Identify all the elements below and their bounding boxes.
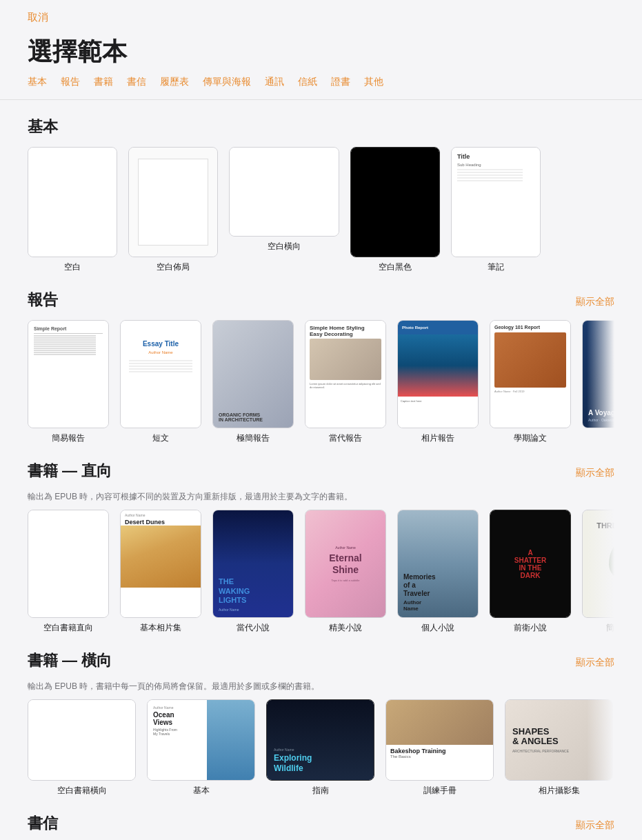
template-shapes-angles[interactable]: SHAPES& ANGLES ARCHITECTURAL PERFORMANCE… (505, 699, 613, 797)
template-blank-landscape-label: 空白橫向 (268, 241, 301, 252)
template-desert-dunes[interactable]: Author Name Desert Dunes 基本相片集 (120, 510, 201, 634)
section-books-landscape-title: 書籍 — 橫向 (28, 650, 112, 671)
template-eternal-shine-label: 精美小說 (329, 622, 362, 634)
template-simple-report[interactable]: Simple Report 簡易報告 (28, 320, 109, 444)
template-note[interactable]: Title Sub Heading 筆記 (451, 147, 541, 273)
basic-templates-grid: 空白 空白佈局 空白橫向 空白黑色 (28, 147, 614, 273)
template-bakeshop-label: 訓練手冊 (423, 785, 457, 797)
section-letter-title: 書信 (28, 813, 58, 834)
template-three-tales-label: 簡單小說 (606, 622, 614, 634)
nav-resume[interactable]: 履歷表 (160, 76, 189, 88)
template-three-tales[interactable]: A NEW THREE TALES 簡單小說 (582, 510, 614, 634)
template-blank-book-landscape-label: 空白書籍橫向 (57, 785, 107, 797)
books-landscape-show-all-button[interactable]: 顯示全部 (576, 657, 614, 669)
section-books-portrait: 書籍 — 直向 顯示全部 輸出為 EPUB 時，內容可根據不同的裝置及方向重新排… (28, 461, 614, 634)
nav-misc[interactable]: 其他 (364, 76, 383, 88)
template-blank-book-portrait-label: 空白書籍直向 (43, 622, 93, 634)
section-basic: 基本 空白 空白佈局 空白橫向 (28, 117, 614, 273)
section-books-portrait-title: 書籍 — 直向 (28, 461, 112, 481)
template-photo-report-label: 相片報告 (421, 432, 454, 444)
note-title-decoration: Title (457, 153, 534, 160)
template-desert-dunes-label: 基本相片集 (140, 622, 181, 634)
template-exploring-wildlife-label: 指南 (312, 785, 329, 797)
nav-letter[interactable]: 書信 (127, 76, 146, 88)
section-books-landscape: 書籍 — 橫向 顯示全部 輸出為 EPUB 時，書籍中每一頁的佈局將會保留。最適… (28, 650, 614, 797)
books-landscape-subtitle: 輸出為 EPUB 時，書籍中每一頁的佈局將會保留。最適用於多圖或多欄的書籍。 (28, 681, 614, 692)
template-simple-report-label: 簡易報告 (52, 432, 85, 444)
template-blank-white-label: 空白 (64, 261, 81, 273)
template-essay-label: 短文 (152, 432, 169, 444)
template-essay[interactable]: Essay Title Author Name 短文 (120, 320, 201, 444)
books-landscape-templates-grid: 空白書籍橫向 Author Name OceanViews Highlights… (28, 699, 614, 797)
letter-show-all-button[interactable]: 顯示全部 (576, 819, 614, 832)
nav-flyer[interactable]: 傳單與海報 (203, 76, 251, 88)
books-portrait-show-all-button[interactable]: 顯示全部 (576, 467, 614, 479)
template-organic[interactable]: ORGANIC FORMSIN ARCHITECTURE 極簡報告 (212, 320, 294, 444)
nav-books[interactable]: 書籍 (94, 76, 113, 88)
nav-report[interactable]: 報告 (61, 76, 80, 88)
template-ocean-views[interactable]: Author Name OceanViews Highlights FromMy… (147, 699, 255, 797)
template-eternal-shine[interactable]: Author Name EternalShine Taps it to add … (305, 510, 386, 634)
nav-newsletter[interactable]: 通訊 (265, 76, 284, 88)
template-memories-traveler-label: 個人小說 (421, 622, 454, 634)
books-portrait-subtitle: 輸出為 EPUB 時，內容可根據不同的裝置及方向重新排版，最適用於主要為文字的書… (28, 491, 614, 503)
template-shatter-dark-label: 前衛小說 (514, 622, 547, 634)
section-letter: 書信 顯示全部 Your Name Your Name (28, 813, 614, 840)
template-memories-traveler[interactable]: Memoriesof aTraveler AuthorName 個人小說 (397, 510, 479, 634)
nav-basic[interactable]: 基本 (28, 76, 47, 88)
section-report: 報告 顯示全部 Simple Report 簡易報告 Essay Title (28, 290, 614, 444)
template-blank-black-label: 空白黑色 (379, 261, 412, 273)
section-basic-title: 基本 (28, 117, 58, 137)
report-templates-grid: Simple Report 簡易報告 Essay Title Author Na… (28, 320, 614, 444)
section-report-title: 報告 (28, 290, 58, 310)
template-easy-decorating[interactable]: Simple Home StylingEasy Decorating Lorem… (305, 320, 386, 444)
template-exploring-wildlife[interactable]: Author Name ExploringWildlife 指南 (266, 699, 374, 797)
template-waking-lights-label: 當代小說 (237, 622, 270, 634)
books-portrait-templates-grid: 空白書籍直向 Author Name Desert Dunes 基本相片集 TH… (28, 510, 614, 634)
template-blank-canvas[interactable]: 空白佈局 (128, 147, 218, 273)
template-voyage[interactable]: A Voyage to Author · Oakwood 2018 學… (582, 320, 614, 444)
cancel-button[interactable]: 取消 (28, 11, 48, 24)
template-easy-decorating-label: 當代報告 (329, 432, 362, 444)
template-note-label: 筆記 (488, 261, 504, 273)
template-bakeshop[interactable]: Bakeshop Training The Basics 訓練手冊 (385, 699, 494, 797)
template-waking-lights[interactable]: THEWAKINGLIGHTS Author Name 當代小說 (212, 510, 294, 634)
nav-certificate[interactable]: 證書 (331, 76, 350, 88)
template-geology-label: 學期論文 (514, 432, 547, 444)
template-blank-book-portrait[interactable]: 空白書籍直向 (28, 510, 109, 634)
template-blank-canvas-label: 空白佈局 (157, 261, 190, 273)
template-shatter-dark[interactable]: ASHATTERIN THEDARK 前衛小說 (490, 510, 571, 634)
template-shapes-angles-label: 相片攝影集 (539, 785, 580, 797)
template-blank-black[interactable]: 空白黑色 (350, 147, 440, 273)
template-blank-book-landscape[interactable]: 空白書籍橫向 (28, 699, 136, 797)
template-organic-label: 極簡報告 (237, 432, 270, 444)
page-title: 選擇範本 (0, 30, 642, 76)
template-blank-white[interactable]: 空白 (28, 147, 117, 273)
category-nav: 基本 報告 書籍 書信 履歷表 傳單與海報 通訊 信紙 證書 其他 (0, 76, 642, 100)
template-ocean-views-label: 基本 (193, 785, 210, 797)
template-blank-landscape[interactable]: 空白橫向 (229, 147, 339, 273)
template-geology[interactable]: Geology 101 Report Author Name · Fall 20… (490, 320, 571, 444)
report-show-all-button[interactable]: 顯示全部 (576, 296, 614, 308)
template-photo-report[interactable]: Photo Report Caption text here 相片報告 (397, 320, 479, 444)
nav-stationery[interactable]: 信紙 (298, 76, 317, 88)
